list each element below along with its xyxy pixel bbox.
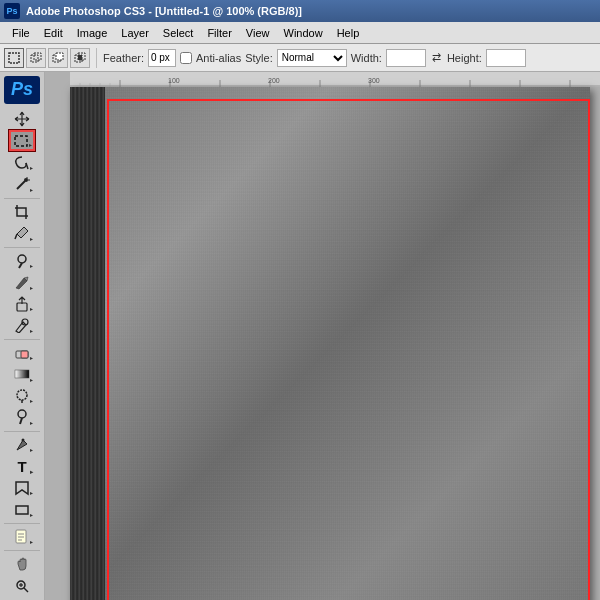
canvas-area[interactable]: 100 200 300 [45, 72, 600, 600]
width-input[interactable] [386, 49, 426, 67]
separator-6 [4, 550, 40, 551]
svg-rect-0 [9, 53, 19, 63]
ps-app-icon: Ps [4, 3, 20, 19]
title-bar: Ps Adobe Photoshop CS3 - [Untitled-1 @ 1… [0, 0, 600, 22]
svg-rect-7 [78, 55, 82, 60]
svg-rect-17 [17, 303, 27, 311]
anti-alias-checkbox[interactable] [180, 52, 192, 64]
menu-layer[interactable]: Layer [115, 25, 155, 41]
main-area: Ps ▸ ▸ ▸ ▸ ▸ [0, 72, 600, 600]
tool-eraser[interactable]: ▸ [9, 342, 35, 363]
style-select[interactable]: Normal Fixed Ratio Fixed Size [277, 49, 347, 67]
tool-blur[interactable]: ▸ [9, 386, 35, 407]
svg-point-26 [22, 438, 25, 441]
svg-text:200: 200 [268, 77, 280, 84]
ps-logo: Ps [4, 76, 40, 104]
tool-notes[interactable]: ▸ [9, 527, 35, 548]
svg-text:300: 300 [368, 77, 380, 84]
tool-zoom[interactable] [9, 576, 35, 597]
menu-help[interactable]: Help [331, 25, 366, 41]
menu-window[interactable]: Window [278, 25, 329, 41]
tools-panel: Ps ▸ ▸ ▸ ▸ ▸ [0, 72, 45, 600]
separator-5 [4, 523, 40, 524]
svg-point-22 [17, 390, 27, 400]
tool-magic-wand[interactable]: ▸ [9, 174, 35, 195]
menu-select[interactable]: Select [157, 25, 200, 41]
feather-label: Feather: [103, 52, 144, 64]
svg-line-25 [20, 418, 22, 424]
selection-rectangle [107, 99, 590, 600]
tool-marquee[interactable]: ▸ [9, 130, 35, 151]
exchange-icon[interactable]: ⇄ [430, 51, 443, 64]
svg-text:100: 100 [168, 77, 180, 84]
svg-line-16 [19, 263, 22, 268]
svg-line-10 [17, 181, 25, 189]
film-strip [70, 87, 105, 600]
svg-point-24 [18, 410, 26, 418]
tool-pen[interactable]: ▸ [9, 435, 35, 456]
tool-shape[interactable]: ▸ [9, 499, 35, 520]
title-text: Adobe Photoshop CS3 - [Untitled-1 @ 100%… [26, 5, 302, 17]
separator-4 [4, 431, 40, 432]
feather-input[interactable] [148, 49, 176, 67]
menu-image[interactable]: Image [71, 25, 114, 41]
tool-clone[interactable]: ▸ [9, 294, 35, 315]
menu-view[interactable]: View [240, 25, 276, 41]
svg-rect-27 [16, 506, 28, 514]
intersect-selection-btn[interactable] [70, 48, 90, 68]
tool-lasso[interactable]: ▸ [9, 152, 35, 173]
tool-type[interactable]: T ▸ [9, 456, 35, 477]
svg-line-9 [26, 163, 28, 169]
menu-bar: File Edit Image Layer Select Filter View… [0, 22, 600, 44]
menu-edit[interactable]: Edit [38, 25, 69, 41]
canvas-document[interactable] [70, 87, 590, 600]
options-bar: Feather: Anti-alias Style: Normal Fixed … [0, 44, 600, 72]
tool-healing[interactable]: ▸ [9, 250, 35, 271]
height-label: Height: [447, 52, 482, 64]
tool-move[interactable] [9, 109, 35, 130]
svg-rect-8 [15, 136, 27, 146]
tool-crop[interactable] [9, 201, 35, 222]
selection-mode-group [4, 48, 97, 68]
svg-line-14 [15, 234, 17, 239]
menu-filter[interactable]: Filter [201, 25, 237, 41]
tool-path-select[interactable]: ▸ [9, 478, 35, 499]
tool-history[interactable]: ▸ [9, 315, 35, 336]
anti-alias-label: Anti-alias [196, 52, 241, 64]
tool-eyedropper[interactable]: ▸ [9, 223, 35, 244]
tool-hand[interactable] [9, 554, 35, 575]
subtract-selection-btn[interactable] [48, 48, 68, 68]
ruler-top: 100 200 300 [70, 72, 600, 87]
style-label: Style: [245, 52, 273, 64]
svg-line-33 [24, 588, 28, 592]
separator-2 [4, 247, 40, 248]
tool-brush[interactable]: ▸ [9, 272, 35, 293]
canvas-content [70, 87, 590, 600]
separator-3 [4, 339, 40, 340]
add-selection-btn[interactable] [26, 48, 46, 68]
menu-file[interactable]: File [6, 25, 36, 41]
svg-rect-20 [21, 351, 28, 358]
width-label: Width: [351, 52, 382, 64]
tool-gradient[interactable]: ▸ [9, 364, 35, 385]
svg-point-15 [18, 255, 26, 263]
new-selection-btn[interactable] [4, 48, 24, 68]
tool-dodge[interactable]: ▸ [9, 407, 35, 428]
svg-rect-4 [56, 53, 63, 60]
svg-rect-21 [15, 370, 29, 378]
separator-1 [4, 198, 40, 199]
height-input[interactable] [486, 49, 526, 67]
